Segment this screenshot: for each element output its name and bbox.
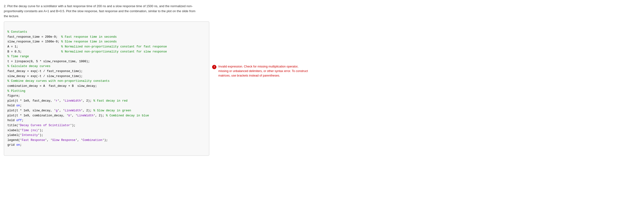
code-line-slow: slow_decay = exp(-t / slow_response_time… bbox=[8, 75, 83, 78]
code-line-comment-combine: % Combine decay curves with non-proporti… bbox=[8, 79, 110, 83]
code-line-hold-off: hold off; bbox=[8, 119, 24, 122]
code-block-container: % Constants fast_response_time = 200e-9;… bbox=[4, 21, 209, 156]
code-line-figure: figure; bbox=[8, 94, 20, 98]
code-line-combo: combination_decay = A fast_decay + B slo… bbox=[8, 84, 97, 88]
error-message: Invalid expression. Check for missing mu… bbox=[218, 64, 309, 78]
code-line-fast: fast_decay = exp(-t / fast_response_time… bbox=[8, 70, 83, 73]
code-line-2: fast_response_time = 200e-9; % Fast resp… bbox=[8, 35, 117, 39]
code-line-t: t = linspace(0, 5 * slow_response_time, … bbox=[8, 60, 90, 63]
code-line-title: title('Decay Curves of Scintillator'); bbox=[8, 124, 76, 127]
code-line-grid: grid on; bbox=[8, 143, 22, 147]
code-line-plot1: plot(t * 1e9, fast_decay, 'r', 'LineWidt… bbox=[8, 99, 128, 103]
code-line-plot2: plot(t * 1e9, slow_decay, 'g', 'LineWidt… bbox=[8, 109, 131, 112]
error-icon: ! bbox=[212, 65, 216, 69]
code-line-comment-1: % Constants bbox=[8, 30, 27, 34]
error-area: ! Invalid expression. Check for missing … bbox=[212, 64, 309, 78]
code-line-ylabel: ylabel('Intensity'); bbox=[8, 134, 43, 137]
code-line-legend: legend('Fast Response', 'Slow Response',… bbox=[8, 139, 108, 142]
code-line-xlabel: xlabel('Time (ns)'); bbox=[8, 129, 43, 132]
main-row: % Constants fast_response_time = 200e-9;… bbox=[4, 21, 640, 156]
code-line-comment-plot: % Plotting bbox=[8, 89, 25, 93]
code-block: % Constants fast_response_time = 200e-9;… bbox=[8, 24, 206, 152]
code-line-5: B = 0.5; % Normalized non-proportionalit… bbox=[8, 50, 167, 53]
code-line-comment-time: % Time range bbox=[8, 55, 29, 58]
code-line-4: A = 1; % Normalized non-proportionality … bbox=[8, 45, 167, 48]
code-line-3: slow_response_time = 1500e-9; % Slow res… bbox=[8, 40, 117, 43]
page-container: 2. Plot the decay curve for a scintillat… bbox=[0, 0, 644, 160]
code-line-comment-calc: % Calculate decay curves bbox=[8, 65, 50, 68]
code-line-hold-on: hold on; bbox=[8, 104, 22, 107]
problem-text: 2. Plot the decay curve for a scintillat… bbox=[4, 4, 200, 18]
code-line-plot3: plot(t * 1e9, combination_decay, 'b', 'L… bbox=[8, 114, 149, 117]
